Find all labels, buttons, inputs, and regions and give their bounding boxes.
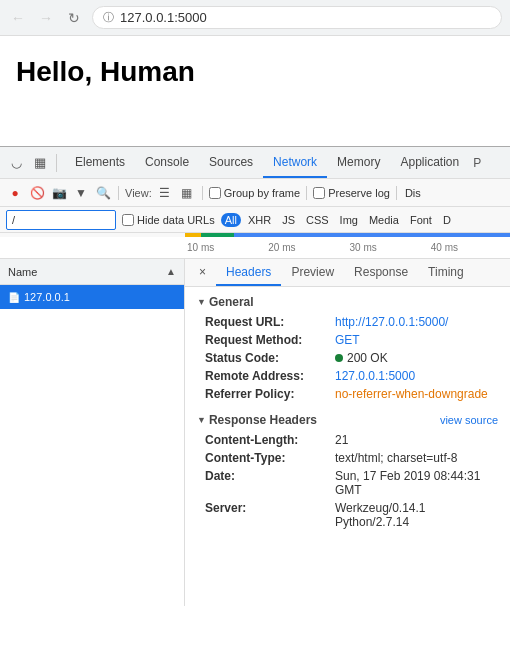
tab-network[interactable]: Network bbox=[263, 147, 327, 178]
filter-tag-css[interactable]: CSS bbox=[302, 213, 333, 227]
detail-row-method: Request Method: GET bbox=[197, 333, 498, 347]
detail-row-date: Date: Sun, 17 Feb 2019 08:44:31 GMT bbox=[197, 469, 498, 497]
record-button[interactable]: ● bbox=[6, 184, 24, 202]
url-text: 127.0.0.1:5000 bbox=[120, 10, 207, 25]
filter-tag-img[interactable]: Img bbox=[336, 213, 362, 227]
tab-application[interactable]: Application bbox=[390, 147, 469, 178]
referrer-key: Referrer Policy: bbox=[205, 387, 335, 401]
details-tab-response[interactable]: Response bbox=[344, 259, 418, 286]
content-length-val: 21 bbox=[335, 433, 348, 447]
request-name: 127.0.0.1 bbox=[24, 291, 176, 303]
file-icon: 📄 bbox=[8, 292, 20, 303]
more-tabs-icon[interactable]: P bbox=[469, 156, 485, 170]
request-list-panel: Name ▲ 📄 127.0.0.1 bbox=[0, 259, 185, 606]
timeline-label-30ms: 30 ms bbox=[348, 242, 429, 253]
tab-sources[interactable]: Sources bbox=[199, 147, 263, 178]
lock-icon: ⓘ bbox=[103, 10, 114, 25]
filter-tag-all[interactable]: All bbox=[221, 213, 241, 227]
detail-row-referrer: Referrer Policy: no-referrer-when-downgr… bbox=[197, 387, 498, 401]
date-key: Date: bbox=[205, 469, 335, 497]
filter-input[interactable] bbox=[6, 210, 116, 230]
timeline-label-20ms: 20 ms bbox=[266, 242, 347, 253]
detail-row-content-type: Content-Type: text/html; charset=utf-8 bbox=[197, 451, 498, 465]
method-val: GET bbox=[335, 333, 360, 347]
view-label: View: bbox=[125, 187, 152, 199]
filter-tag-js[interactable]: JS bbox=[278, 213, 299, 227]
nt-separator3 bbox=[306, 186, 307, 200]
response-headers-section-title: ▼ Response Headers view source bbox=[197, 413, 498, 427]
disable-cache-label: Dis bbox=[403, 187, 423, 199]
section-divider bbox=[197, 405, 498, 413]
request-url-val: http://127.0.0.1:5000/ bbox=[335, 315, 448, 329]
timeline-label-10ms: 10 ms bbox=[185, 242, 266, 253]
list-view-icon[interactable]: ☰ bbox=[156, 184, 174, 202]
detail-row-content-length: Content-Length: 21 bbox=[197, 433, 498, 447]
filter-icon[interactable]: ▼ bbox=[72, 184, 90, 202]
detail-row-server: Server: Werkzeug/0.14.1 Python/2.7.14 bbox=[197, 501, 498, 529]
status-key: Status Code: bbox=[205, 351, 335, 365]
triangle-icon: ▼ bbox=[197, 297, 206, 307]
server-key: Server: bbox=[205, 501, 335, 529]
devtools-tabs: Elements Console Sources Network Memory … bbox=[65, 147, 485, 178]
timeline-labels: 10 ms 20 ms 30 ms 40 ms bbox=[0, 242, 510, 253]
tab-memory[interactable]: Memory bbox=[327, 147, 390, 178]
name-column-header: Name bbox=[8, 266, 164, 278]
status-dot bbox=[335, 354, 343, 362]
request-item-127001[interactable]: 📄 127.0.0.1 bbox=[0, 285, 184, 309]
nt-separator2 bbox=[202, 186, 203, 200]
tab-console[interactable]: Console bbox=[135, 147, 199, 178]
browser-toolbar: ← → ↻ ⓘ 127.0.0.1:5000 bbox=[0, 0, 510, 36]
timeline-label-40ms: 40 ms bbox=[429, 242, 510, 253]
forward-button[interactable]: → bbox=[36, 8, 56, 28]
filter-tags: All XHR JS CSS Img Media Font D bbox=[221, 213, 455, 227]
details-panel: × Headers Preview Response Timing ▼ Gene… bbox=[185, 259, 510, 606]
date-val: Sun, 17 Feb 2019 08:44:31 GMT bbox=[335, 469, 498, 497]
filter-tag-media[interactable]: Media bbox=[365, 213, 403, 227]
content-type-key: Content-Type: bbox=[205, 451, 335, 465]
group-by-frame-checkbox[interactable]: Group by frame bbox=[209, 187, 300, 199]
details-content: ▼ General Request URL: http://127.0.0.1:… bbox=[185, 287, 510, 606]
detail-row-remote-addr: Remote Address: 127.0.0.1:5000 bbox=[197, 369, 498, 383]
nt-separator bbox=[118, 186, 119, 200]
network-toolbar: ● 🚫 📷 ▼ 🔍 View: ☰ ▦ Group by frame Prese… bbox=[0, 179, 510, 207]
inspect-element-icon[interactable]: ◡ bbox=[4, 149, 28, 177]
details-close-btn[interactable]: × bbox=[189, 259, 216, 286]
hide-data-urls-checkbox[interactable]: Hide data URLs bbox=[122, 214, 215, 226]
address-bar[interactable]: ⓘ 127.0.0.1:5000 bbox=[92, 6, 502, 29]
method-key: Request Method: bbox=[205, 333, 335, 347]
device-toggle-icon[interactable]: ▦ bbox=[28, 149, 52, 177]
filter-tag-doc[interactable]: D bbox=[439, 213, 455, 227]
search-icon[interactable]: 🔍 bbox=[94, 184, 112, 202]
sort-icon: ▲ bbox=[166, 266, 176, 277]
main-panel: Name ▲ 📄 127.0.0.1 × Headers Preview Res… bbox=[0, 259, 510, 606]
waterfall-view-icon[interactable]: ▦ bbox=[178, 184, 196, 202]
detail-row-status: Status Code: 200 OK bbox=[197, 351, 498, 365]
content-type-val: text/html; charset=utf-8 bbox=[335, 451, 457, 465]
request-list-header: Name ▲ bbox=[0, 259, 184, 285]
view-source-link[interactable]: view source bbox=[440, 414, 498, 426]
toolbar-separator bbox=[56, 154, 57, 172]
back-button[interactable]: ← bbox=[8, 8, 28, 28]
request-url-key: Request URL: bbox=[205, 315, 335, 329]
devtools-panel: ◡ ▦ Elements Console Sources Network Mem… bbox=[0, 146, 510, 606]
filter-tag-font[interactable]: Font bbox=[406, 213, 436, 227]
status-val: 200 OK bbox=[335, 351, 388, 365]
detail-row-request-url: Request URL: http://127.0.0.1:5000/ bbox=[197, 315, 498, 329]
timeline-bar: 10 ms 20 ms 30 ms 40 ms bbox=[0, 237, 510, 259]
page-content: Hello, Human bbox=[0, 36, 510, 146]
content-length-key: Content-Length: bbox=[205, 433, 335, 447]
server-val: Werkzeug/0.14.1 Python/2.7.14 bbox=[335, 501, 498, 529]
clear-button[interactable]: 🚫 bbox=[28, 184, 46, 202]
preserve-log-checkbox[interactable]: Preserve log bbox=[313, 187, 390, 199]
details-tab-preview[interactable]: Preview bbox=[281, 259, 344, 286]
details-tabs: × Headers Preview Response Timing bbox=[185, 259, 510, 287]
remote-addr-key: Remote Address: bbox=[205, 369, 335, 383]
screenshot-button[interactable]: 📷 bbox=[50, 184, 68, 202]
filter-tag-xhr[interactable]: XHR bbox=[244, 213, 275, 227]
details-tab-headers[interactable]: Headers bbox=[216, 259, 281, 286]
details-tab-timing[interactable]: Timing bbox=[418, 259, 474, 286]
reload-button[interactable]: ↻ bbox=[64, 8, 84, 28]
nt-separator4 bbox=[396, 186, 397, 200]
triangle-icon2: ▼ bbox=[197, 415, 206, 425]
tab-elements[interactable]: Elements bbox=[65, 147, 135, 178]
